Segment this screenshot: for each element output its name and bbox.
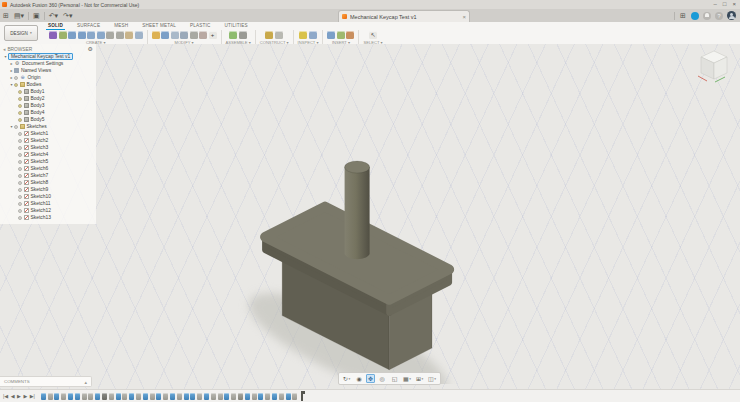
browser-item-sketch12[interactable]: Sketch12 xyxy=(0,207,96,214)
timeline-feature-sketch-12[interactable] xyxy=(116,393,121,400)
gear-icon[interactable]: ⚙ xyxy=(88,45,93,53)
job-status-icon[interactable] xyxy=(691,12,699,20)
timeline-feature-sketch-25[interactable] xyxy=(204,393,209,400)
close-button[interactable]: × xyxy=(732,0,736,9)
nav-zoom-button[interactable]: ◎ xyxy=(377,374,388,383)
ribbon-tab-solid[interactable]: SOLID xyxy=(46,22,65,30)
undo-icon[interactable]: ↶▾ xyxy=(48,10,59,21)
move-copy-icon[interactable]: + xyxy=(209,31,217,39)
select-icon[interactable]: ↖ xyxy=(369,31,377,39)
new-component-icon[interactable] xyxy=(229,31,237,39)
nav-pan-button[interactable]: ✥ xyxy=(366,374,375,383)
save-icon[interactable]: ▣ xyxy=(32,10,41,21)
visibility-bulb-icon[interactable] xyxy=(18,111,22,115)
sweep-icon[interactable] xyxy=(87,31,95,39)
timeline-feature-feature-2[interactable] xyxy=(48,393,53,400)
visibility-bulb-icon[interactable] xyxy=(18,132,22,136)
revolve-icon[interactable] xyxy=(78,31,86,39)
ribbon-tab-plastic[interactable]: PLASTIC xyxy=(188,22,213,30)
expand-comments-icon[interactable]: ▴ xyxy=(84,379,87,385)
browser-node-sketches[interactable]: ▾Sketches xyxy=(0,123,96,130)
profile-avatar[interactable] xyxy=(727,11,736,20)
visibility-bulb-icon[interactable] xyxy=(18,195,22,199)
browser-node-origin[interactable]: ▸⊕Origin xyxy=(0,74,96,81)
maximize-button[interactable]: □ xyxy=(723,0,727,9)
browser-item-sketch9[interactable]: Sketch9 xyxy=(0,186,96,193)
extrude-icon[interactable] xyxy=(68,31,76,39)
insert-mesh-icon[interactable] xyxy=(346,31,354,39)
offset-plane-icon[interactable] xyxy=(265,31,273,39)
visibility-bulb-icon[interactable] xyxy=(18,202,22,206)
browser-item-sketch5[interactable]: Sketch5 xyxy=(0,158,96,165)
timeline-feature-feature-21[interactable] xyxy=(177,393,182,400)
insert-derive-icon[interactable] xyxy=(327,31,335,39)
browser-item-sketch11[interactable]: Sketch11 xyxy=(0,200,96,207)
ribbon-tab-mesh[interactable]: MESH xyxy=(112,22,130,30)
ribbon-tab-sheet-metal[interactable]: SHEET METAL xyxy=(140,22,178,30)
timeline-feature-feature-29[interactable] xyxy=(231,393,236,400)
timeline-feature-feature-34[interactable] xyxy=(265,393,270,400)
document-tab[interactable]: Mechanical Keycap Test v1 × xyxy=(338,10,470,22)
loft-icon[interactable] xyxy=(97,31,105,39)
visibility-bulb-icon[interactable] xyxy=(14,83,18,87)
timeline-feature-sketch-22[interactable] xyxy=(184,393,189,400)
browser-item-sketch3[interactable]: Sketch3 xyxy=(0,144,96,151)
timeline-feature-feature-26[interactable] xyxy=(211,393,216,400)
comments-bar[interactable]: COMMENTS ▴ xyxy=(0,376,92,387)
visibility-bulb-icon[interactable] xyxy=(18,97,22,101)
offset-face-icon[interactable] xyxy=(190,31,198,39)
collapse-browser-icon[interactable]: ◂ xyxy=(3,47,5,52)
timeline-feature-feature-7[interactable] xyxy=(82,393,87,400)
visibility-bulb-icon[interactable] xyxy=(18,146,22,150)
timeline-feature-sketch-33[interactable] xyxy=(258,393,263,400)
minimize-button[interactable]: – xyxy=(714,0,717,9)
measure-icon[interactable] xyxy=(299,31,307,39)
fillet-icon[interactable] xyxy=(161,31,169,39)
browser-node-bodies[interactable]: ▾Bodies xyxy=(0,81,96,88)
show-data-panel-icon[interactable]: ⊞ xyxy=(2,10,10,21)
timeline-playhead[interactable] xyxy=(301,391,303,401)
help-icon[interactable] xyxy=(715,12,723,20)
browser-item-sketch13[interactable]: Sketch13 xyxy=(0,214,96,221)
browser-item-body3[interactable]: Body3 xyxy=(0,102,96,109)
timeline-feature-feature-11[interactable] xyxy=(109,393,114,400)
browser-item-body4[interactable]: Body4 xyxy=(0,109,96,116)
timeline-feature-sketch-16[interactable] xyxy=(143,393,148,400)
timeline-step-back-button[interactable]: ◀ xyxy=(11,391,15,402)
timeline-feature-feature-24[interactable] xyxy=(197,393,202,400)
timeline-feature-sketch-3[interactable] xyxy=(54,393,59,400)
notifications-icon[interactable] xyxy=(703,12,711,20)
visibility-bulb-icon[interactable] xyxy=(14,76,18,80)
press-pull-icon[interactable] xyxy=(152,31,160,39)
file-menu-icon[interactable]: ▤▾ xyxy=(13,10,25,21)
timeline-feature-sketch-9[interactable] xyxy=(95,393,100,400)
visibility-bulb-icon[interactable] xyxy=(18,90,22,94)
extensions-icon[interactable]: ⊞ xyxy=(679,12,687,20)
model-keycap-body[interactable] xyxy=(230,139,480,384)
browser-root-row[interactable]: ▾Mechanical Keycap Test v1 xyxy=(0,53,96,60)
nav-fit-button[interactable]: ◱ xyxy=(389,374,400,383)
browser-item-body2[interactable]: Body2 xyxy=(0,95,96,102)
nav-look-at-button[interactable]: ◉ xyxy=(354,374,365,383)
timeline-feature-feature-38[interactable] xyxy=(292,393,297,400)
section-analysis-icon[interactable] xyxy=(309,31,317,39)
joint-icon[interactable] xyxy=(239,31,247,39)
browser-item-sketch8[interactable]: Sketch8 xyxy=(0,179,96,186)
browser-item-sketch4[interactable]: Sketch4 xyxy=(0,151,96,158)
decal-icon[interactable] xyxy=(337,31,345,39)
nav-display-settings-button[interactable]: ▦▾ xyxy=(402,374,413,383)
combine-icon[interactable] xyxy=(180,31,188,39)
construct-axis-icon[interactable] xyxy=(275,31,283,39)
visibility-bulb-icon[interactable] xyxy=(18,167,22,171)
timeline-feature-hole-30[interactable] xyxy=(238,393,243,400)
timeline-play-button[interactable]: ▶ xyxy=(17,391,21,402)
redo-icon[interactable]: ↷▾ xyxy=(62,10,73,21)
browser-node-document-settings[interactable]: ▸⚙Document Settings xyxy=(0,60,96,67)
browser-item-body5[interactable]: Body5 xyxy=(0,116,96,123)
visibility-bulb-icon[interactable] xyxy=(18,181,22,185)
timeline-feature-sketch-28[interactable] xyxy=(224,393,229,400)
visibility-bulb-icon[interactable] xyxy=(18,153,22,157)
visibility-bulb-icon[interactable] xyxy=(18,104,22,108)
browser-node-named-views[interactable]: ▸Named Views xyxy=(0,67,96,74)
timeline-feature-move-10[interactable] xyxy=(102,393,107,400)
